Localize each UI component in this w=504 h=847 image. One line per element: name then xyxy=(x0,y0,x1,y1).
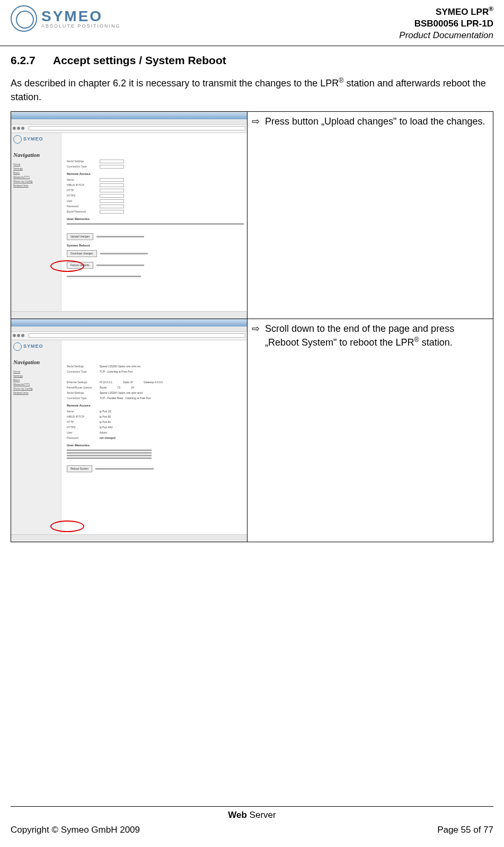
header-line2: BSB00056 LPR-1D xyxy=(399,18,493,30)
header-line3: Product Documentation xyxy=(399,30,493,41)
upload-button: Upload changes xyxy=(67,233,93,240)
intro-sup: ® xyxy=(339,77,343,84)
page-number: Page 55 of 77 xyxy=(437,824,493,836)
page-header: SYMEO ABSOLUTE POSITIONING SYMEO LPR® BS… xyxy=(0,0,504,46)
nav-heading: Navigation xyxy=(13,151,59,159)
step-2-sup: ® xyxy=(414,336,419,343)
arrow-icon: ⇨ xyxy=(252,115,260,128)
logo-subtext: ABSOLUTE POSITIONING xyxy=(41,24,121,29)
logo-text: SYMEO xyxy=(41,9,121,24)
instruction-table: SYMEO Navigation Home Settings Basic Mea… xyxy=(11,111,493,542)
footer: Web Server Copyright © Symeo GmbH 2009 P… xyxy=(0,806,504,847)
step-1-text: Press button „Upload changes" to load th… xyxy=(265,116,485,127)
header-line1-sup: ® xyxy=(489,5,493,13)
logo: SYMEO ABSOLUTE POSITIONING xyxy=(11,5,121,32)
content: 6.2.7Accept settings / System Reboot As … xyxy=(0,46,504,806)
section-title: Accept settings / System Reboot xyxy=(53,54,226,66)
screenshot-1: SYMEO Navigation Home Settings Basic Mea… xyxy=(11,112,247,319)
header-line1: SYMEO LPR xyxy=(436,7,489,17)
footer-title: Web Server xyxy=(11,809,493,822)
arrow-icon: ⇨ xyxy=(252,322,260,349)
copyright: Copyright © Symeo GmbH 2009 xyxy=(11,824,140,836)
intro-paragraph: As described in chapter 6.2 it is necess… xyxy=(11,76,493,103)
screenshot-2: SYMEO Navigation Home Settings Basic Mea… xyxy=(11,319,247,542)
step-2: ⇨ Scroll down to the end of the page and… xyxy=(252,322,488,349)
section-heading: 6.2.7Accept settings / System Reboot xyxy=(11,52,493,68)
intro-a: As described in chapter 6.2 it is necess… xyxy=(11,78,339,89)
nav-item: Home xyxy=(13,162,59,166)
nav-item: Basic xyxy=(13,171,59,175)
logo-icon xyxy=(11,5,37,32)
section-number: 6.2.7 xyxy=(11,52,53,68)
nav-item: Settings xyxy=(13,166,59,171)
nav-item: Measure(???) xyxy=(13,175,59,179)
nav-item: Show my Config xyxy=(13,179,59,183)
reboot-button: Reboot System xyxy=(67,465,92,472)
step-2-text-b: station. xyxy=(419,337,453,348)
step-1: ⇨ Press button „Upload changes" to load … xyxy=(252,115,488,128)
header-right: SYMEO LPR® BSB00056 LPR-1D Product Docum… xyxy=(399,5,493,41)
nav-item: Related links xyxy=(13,183,59,188)
